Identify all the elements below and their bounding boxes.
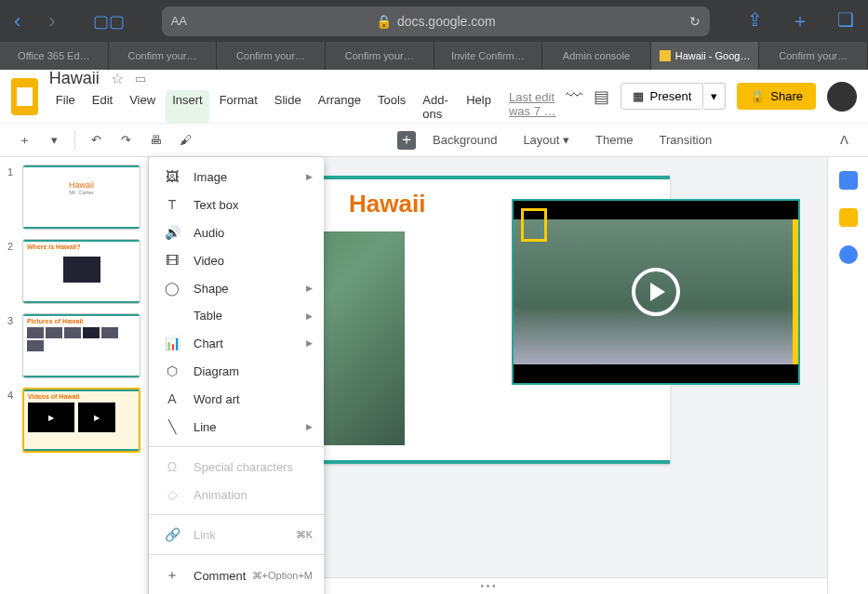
menu-format[interactable]: Format <box>213 90 264 124</box>
menu-item-label: Chart <box>194 337 223 350</box>
menubar: File Edit View Insert Format Slide Arran… <box>49 90 567 124</box>
submenu-arrow-icon: ▶ <box>306 338 313 348</box>
menu-item-label: Diagram <box>194 364 239 378</box>
menu-item-label: Link <box>194 528 216 542</box>
share-icon[interactable]: ⇪ <box>747 8 763 33</box>
calendar-addon-icon[interactable] <box>839 171 858 190</box>
slide-thumbnail-selected[interactable]: Videos of Hawaii <box>22 388 140 453</box>
new-tab-icon[interactable]: ＋ <box>791 8 809 33</box>
menu-item-label: Word art <box>194 392 240 406</box>
insert-menu-item-diagram[interactable]: ⬡Diagram <box>149 357 324 385</box>
menu-item-label: Animation <box>194 488 247 502</box>
slide-video[interactable] <box>512 199 800 385</box>
insert-menu-item-video[interactable]: 🎞Video <box>149 246 324 274</box>
menu-slide[interactable]: Slide <box>268 90 308 124</box>
back-button[interactable]: ‹ <box>14 9 20 33</box>
present-dropdown[interactable]: ▾ <box>703 83 726 110</box>
play-button[interactable] <box>632 268 680 316</box>
collapse-toolbar-button[interactable]: ᐱ <box>831 127 857 153</box>
slide-thumbnail[interactable]: Where is Hawaii? <box>22 239 140 304</box>
insert-menu-item-image[interactable]: 🖼Image▶ <box>149 163 324 191</box>
menu-addons[interactable]: Add-ons <box>416 90 456 124</box>
submenu-arrow-icon: ▶ <box>306 172 313 181</box>
insert-menu-item-animation: ◇Animation <box>149 481 324 508</box>
account-avatar[interactable] <box>827 82 857 112</box>
keep-addon-icon[interactable] <box>839 208 858 227</box>
thumb-number: 1 <box>7 165 17 230</box>
present-button[interactable]: ▦ Present <box>621 83 703 110</box>
insert-menu-item-audio[interactable]: 🔊Audio <box>149 218 324 246</box>
slide-thumbnail[interactable]: Hawaii Mr. Carter <box>22 165 140 230</box>
activity-icon[interactable]: 〰 <box>566 86 582 106</box>
insert-menu-item-special-characters: ΩSpecial characters <box>149 453 324 481</box>
browser-tab[interactable]: Confirm your… <box>109 42 218 70</box>
natgeo-logo <box>521 208 547 242</box>
menu-file[interactable]: File <box>49 90 82 124</box>
comments-icon[interactable]: ▤ <box>594 86 609 107</box>
video-icon: 🎞 <box>164 253 180 268</box>
address-bar[interactable]: AA 🔒 docs.google.com ↻ <box>162 7 710 36</box>
insert-menu-item-shape[interactable]: ◯Shape▶ <box>149 274 324 302</box>
menu-insert[interactable]: Insert <box>166 90 209 124</box>
line-icon: ╲ <box>164 419 180 434</box>
browser-tab[interactable]: Confirm your… <box>759 42 868 70</box>
tabs-overview-icon[interactable]: ❏ <box>837 8 854 33</box>
browser-tab-bar: Office 365 Ed… Confirm your… Confirm you… <box>0 42 868 70</box>
print-button[interactable]: 🖶 <box>142 127 168 153</box>
last-edit-link[interactable]: Last edit was 7 … <box>509 90 567 124</box>
move-icon[interactable]: ▭ <box>135 72 146 86</box>
insert-menu-item-line[interactable]: ╲Line▶ <box>149 413 324 441</box>
new-slide-tool[interactable]: ＋ <box>11 127 37 153</box>
menu-item-label: Audio <box>194 226 224 240</box>
star-icon[interactable]: ☆ <box>111 70 124 87</box>
theme-button[interactable]: Theme <box>586 129 642 151</box>
insert-menu-item-link: 🔗Link⌘K <box>149 521 324 548</box>
menu-item-label: Image <box>194 170 227 184</box>
new-slide-chevron[interactable]: ▾ <box>41 127 67 153</box>
reader-button[interactable]: AA <box>171 14 187 28</box>
menu-arrange[interactable]: Arrange <box>312 90 367 124</box>
insert-menu-item-comment[interactable]: ＋Comment⌘+Option+M <box>149 561 324 590</box>
menu-tools[interactable]: Tools <box>371 90 412 124</box>
insert-menu-item-word-art[interactable]: AWord art <box>149 385 324 413</box>
redo-button[interactable]: ↷ <box>113 127 139 153</box>
forward-button[interactable]: › <box>48 9 55 33</box>
transition-button[interactable]: Transition <box>650 129 722 151</box>
menu-item-label: Comment <box>194 569 246 583</box>
comment-icon: ＋ <box>164 567 180 584</box>
insert-menu-item-chart[interactable]: 📊Chart▶ <box>149 329 324 357</box>
image-icon: 🖼 <box>164 169 180 184</box>
thumb-number: 4 <box>7 388 17 453</box>
slide-thumbnail[interactable]: Pictures of Hawaii <box>22 313 140 378</box>
menu-item-label: Text box <box>194 198 238 212</box>
menu-item-label: Shape <box>194 282 229 296</box>
background-button[interactable]: Background <box>423 129 506 151</box>
slides-logo[interactable] <box>11 78 38 115</box>
lock-icon: 🔒 <box>376 14 392 29</box>
layout-button[interactable]: Layout ▾ <box>514 129 579 151</box>
browser-tab[interactable]: Office 365 Ed… <box>0 42 109 70</box>
slides-favicon <box>660 50 671 61</box>
toolbar: ＋ ▾ ↶ ↷ 🖶 🖌 ＋ Background Layout ▾ Theme … <box>0 124 868 157</box>
add-slide-canvas-button[interactable]: ＋ <box>397 131 416 150</box>
thumb-number: 3 <box>7 313 17 378</box>
bookmarks-icon[interactable]: ▢▢ <box>93 11 125 32</box>
menu-item-label: Special characters <box>194 460 293 474</box>
undo-button[interactable]: ↶ <box>83 127 109 153</box>
browser-tab[interactable]: Admin console <box>542 42 651 70</box>
insert-menu-item-table[interactable]: Table▶ <box>149 302 324 329</box>
menu-help[interactable]: Help <box>460 90 498 124</box>
tasks-addon-icon[interactable] <box>839 245 858 264</box>
insert-menu-item-text-box[interactable]: TText box <box>149 191 324 218</box>
share-button[interactable]: 🔒 Share <box>737 83 816 110</box>
menu-view[interactable]: View <box>123 90 162 124</box>
document-title[interactable]: Hawaii <box>49 69 100 88</box>
browser-tab-active[interactable]: Hawaii - Goog… <box>651 42 760 70</box>
browser-tab[interactable]: Invite Confirm… <box>434 42 543 70</box>
diagram-icon: ⬡ <box>164 363 180 378</box>
paint-format-button[interactable]: 🖌 <box>172 127 198 153</box>
browser-tab[interactable]: Confirm your… <box>217 42 326 70</box>
menu-edit[interactable]: Edit <box>86 90 119 124</box>
reload-button[interactable]: ↻ <box>689 14 701 29</box>
browser-tab[interactable]: Confirm your… <box>326 42 434 70</box>
